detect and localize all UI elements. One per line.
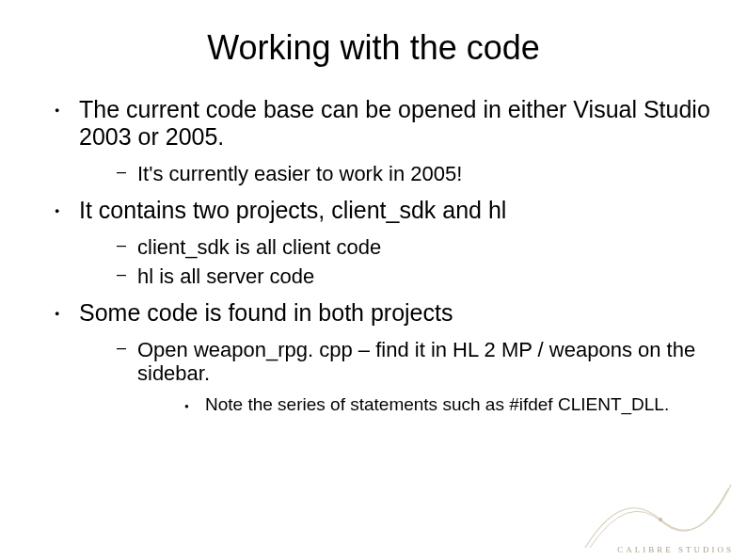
bullet-text: Open weapon_rpg. cpp – find it in HL 2 M… [137, 338, 695, 385]
logo-text: CALIBRE STUDIOS [617, 545, 734, 554]
slide: Working with the code The current code b… [0, 0, 747, 446]
list-item: client_sdk is all client code [117, 235, 719, 259]
sub-list: Open weapon_rpg. cpp – find it in HL 2 M… [79, 338, 719, 416]
sub-sub-list: Note the series of statements such as #i… [137, 394, 719, 416]
list-item: The current code base can be opened in e… [55, 96, 719, 185]
svg-point-0 [659, 518, 662, 521]
bullet-text: Some code is found in both projects [79, 299, 453, 326]
list-item: Note the series of statements such as #i… [184, 394, 719, 416]
bullet-text: The current code base can be opened in e… [79, 96, 710, 150]
list-item: hl is all server code [117, 264, 719, 288]
bullet-text: hl is all server code [137, 264, 314, 288]
list-item: It's currently easier to work in 2005! [117, 162, 719, 185]
list-item: Open weapon_rpg. cpp – find it in HL 2 M… [117, 338, 719, 416]
bullet-text: client_sdk is all client code [137, 235, 381, 259]
sub-list: client_sdk is all client code hl is all … [79, 235, 719, 289]
list-item: It contains two projects, client_sdk and… [55, 197, 719, 288]
list-item: Some code is found in both projects Open… [55, 299, 719, 416]
slide-title: Working with the code [28, 28, 719, 68]
bullet-text: It's currently easier to work in 2005! [137, 162, 462, 185]
calibre-logo-icon [566, 477, 736, 552]
bullet-text: Note the series of statements such as #i… [205, 394, 669, 414]
sub-list: It's currently easier to work in 2005! [79, 162, 719, 185]
bullet-text: It contains two projects, client_sdk and… [79, 197, 506, 223]
bullet-list: The current code base can be opened in e… [28, 96, 719, 416]
